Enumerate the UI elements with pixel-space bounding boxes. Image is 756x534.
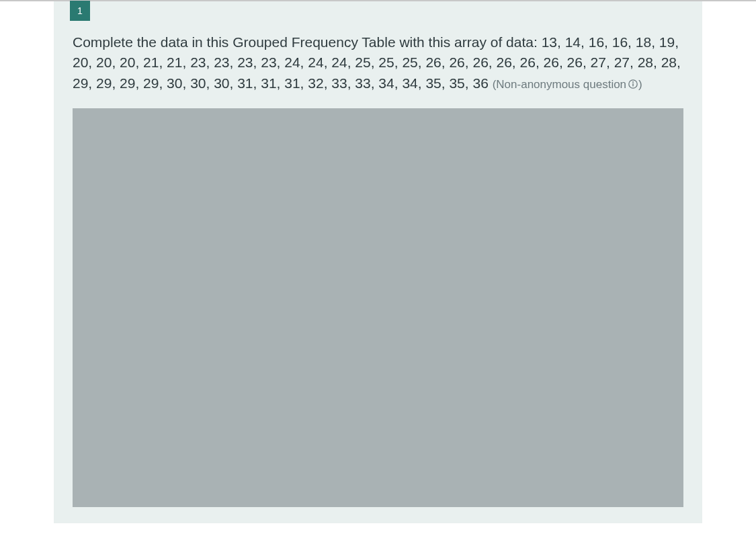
page-wrapper: 1 Complete the data in this Grouped Freq… — [0, 1, 756, 534]
info-icon[interactable] — [628, 79, 638, 89]
question-text-block: Complete the data in this Grouped Freque… — [73, 32, 683, 93]
content-placeholder — [73, 108, 683, 507]
question-meta: (Non-anonymous question) — [493, 78, 642, 91]
question-card: 1 Complete the data in this Grouped Freq… — [54, 1, 702, 523]
question-number-badge: 1 — [70, 1, 90, 21]
svg-rect-2 — [632, 83, 633, 87]
svg-point-1 — [632, 81, 634, 83]
question-number: 1 — [77, 5, 83, 16]
meta-close: ) — [638, 78, 642, 91]
meta-label: (Non-anonymous question — [493, 78, 626, 91]
